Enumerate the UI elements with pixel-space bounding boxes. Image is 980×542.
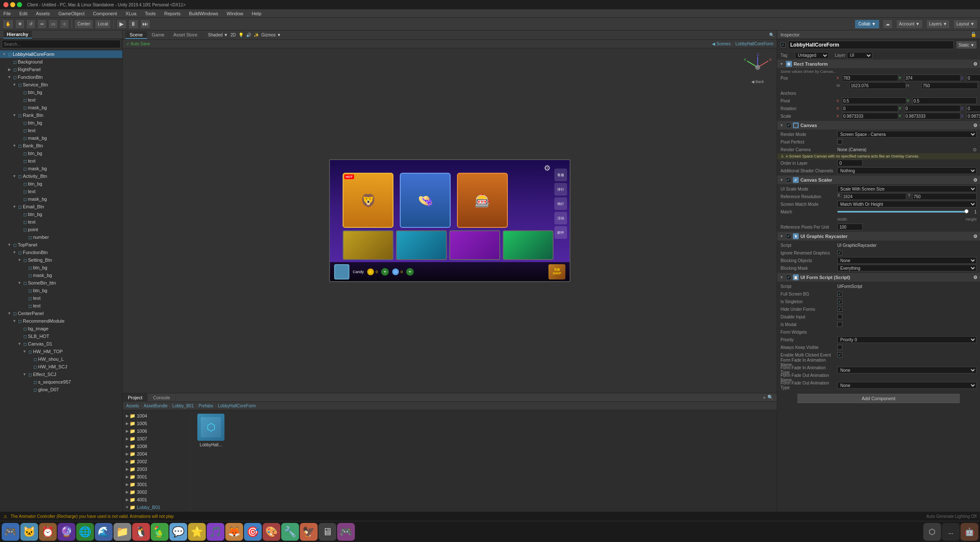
dock-icon-18[interactable]: 🖥 (318, 523, 336, 541)
menu-tools[interactable]: Tools (143, 11, 158, 16)
hierarchy-item-mask_bg5[interactable]: ◻mask_bg (0, 271, 122, 279)
hierarchy-item-btn_bg3[interactable]: ◻btn_bg (0, 149, 122, 157)
dock-icon-2[interactable]: 🐱 (20, 523, 38, 541)
render-mode-dropdown[interactable]: Screen Space - Camera (837, 131, 977, 138)
fx-toggle[interactable]: ✨ (254, 33, 259, 37)
hierarchy-item-Bank_Btn[interactable]: ▼◻Bank_Btn (0, 142, 122, 149)
pivot-btn[interactable]: Center (75, 19, 93, 29)
maximize-button[interactable] (17, 2, 22, 7)
hierarchy-item-LobbyHallCoreForm[interactable]: ▼◻LobbyHallCoreForm (0, 50, 122, 58)
project-tab[interactable]: Project (123, 393, 148, 402)
hierarchy-item-number[interactable]: ◻number (0, 233, 122, 241)
hierarchy-item-btn_bg7[interactable]: ◻btn_bg (0, 287, 122, 294)
hierarchy-item-HW_HM_TOP[interactable]: ▼◻HW_HM_TOP (0, 348, 122, 355)
menu-help[interactable]: Help (250, 11, 263, 16)
gizmos-btn[interactable]: Gizmos ▼ (261, 33, 281, 37)
scene-view[interactable]: X Y Z ◀ Back ⚙ HOT (123, 48, 777, 393)
hierarchy-item-CenterPanel[interactable]: ▼◻CenterPanel (0, 310, 122, 317)
hierarchy-item-text6[interactable]: ◻text (0, 294, 122, 302)
hierarchy-item-text2[interactable]: ◻text (0, 127, 122, 134)
ui-form-header[interactable]: ▼ 📋 UI Form Script (Script) ⚙ (777, 273, 980, 282)
game-tab[interactable]: Game (147, 31, 169, 39)
pivot-y-input[interactable] (912, 97, 977, 104)
hierarchy-item-Activity_Btn[interactable]: ▼◻Activity_Btn (0, 172, 122, 180)
dock-icon-13[interactable]: 🦊 (225, 523, 243, 541)
order-layer-input[interactable] (837, 160, 863, 166)
ui-form-enabled[interactable] (786, 275, 791, 280)
hierarchy-item-HW_HM_SCJ[interactable]: ◻HW_HM_SCJ (0, 363, 122, 371)
project-folder-4001[interactable]: ▶📁4001 (123, 496, 190, 503)
hide-under-check[interactable] (837, 307, 842, 312)
tool-hand[interactable]: ✋ (3, 19, 14, 29)
hierarchy-item-btn_bg2[interactable]: ◻btn_bg (0, 119, 122, 127)
project-folder-2003[interactable]: ▶📁2003 (123, 465, 190, 473)
is-singleton-check[interactable] (837, 299, 842, 304)
blocking-mask-dropdown[interactable]: Everything (837, 265, 977, 271)
bc-prefabs[interactable]: Prefabs (199, 404, 213, 408)
project-folder-1006[interactable]: ▶📁1006 (123, 427, 190, 435)
render-camera-icon[interactable]: ⊙ (973, 147, 977, 152)
project-folder-1008[interactable]: ▶📁1008 (123, 442, 190, 450)
menu-component[interactable]: Component (91, 11, 119, 16)
dock-icon-14[interactable]: 🎯 (244, 523, 262, 541)
rot-y-input[interactable] (904, 105, 961, 112)
menu-assets[interactable]: Assets (34, 11, 52, 16)
canvas-enabled[interactable] (786, 123, 791, 128)
bc-assetbundle[interactable]: AssetBundle (144, 404, 167, 408)
scale-z-input[interactable] (966, 113, 980, 119)
menu-edit[interactable]: Edit (18, 11, 29, 16)
breadcrumb-lobbyHall[interactable]: LobbyHallCoreForm (736, 41, 773, 46)
ui-scale-mode-dropdown[interactable]: Scale With Screen Size (837, 185, 977, 192)
disable-input-check[interactable] (837, 314, 842, 319)
asset-store-tab[interactable]: Asset Store (169, 31, 202, 39)
dim-toggle[interactable]: 2D (230, 33, 236, 37)
dock-icon-16[interactable]: 🔧 (281, 523, 299, 541)
blocking-objects-dropdown[interactable]: None (837, 257, 977, 264)
project-folder-2004[interactable]: ▶📁2004 (123, 450, 190, 458)
project-folder-3001[interactable]: ▶📁3001 (123, 473, 190, 481)
width-input[interactable] (850, 82, 906, 89)
dock-icon-12[interactable]: 🎵 (207, 523, 224, 541)
rot-z-input[interactable] (966, 105, 980, 112)
tool-transform[interactable]: ⊹ (60, 19, 69, 29)
dock-icon-11[interactable]: ⭐ (188, 523, 206, 541)
hierarchy-item-s_sequence957[interactable]: ◻s_sequence957 (0, 378, 122, 386)
hierarchy-item-mask_bg4[interactable]: ◻mask_bg (0, 195, 122, 203)
canvas-scaler-header[interactable]: ▼ ⤢ Canvas Scaler ⚙ (777, 176, 980, 184)
project-folder-Lobby_B01[interactable]: ▼📁Lobby_B01 (123, 503, 190, 511)
hierarchy-item-HW_shou_L[interactable]: ◻HW_shou_L (0, 355, 122, 363)
scale-x-input[interactable] (842, 113, 898, 119)
project-folder-1007[interactable]: ▶📁1007 (123, 435, 190, 442)
shop-icon[interactable]: 充值SHOP (548, 264, 565, 279)
menu-xlua[interactable]: XLua (124, 11, 138, 16)
audio-toggle[interactable]: 🔊 (246, 33, 251, 37)
pause-button[interactable]: ⏸ (128, 19, 138, 29)
raycaster-header[interactable]: ▼ 🖱 UI Graphic Raycaster ⚙ (777, 232, 980, 241)
static-btn[interactable]: Static ▼ (956, 41, 977, 49)
breadcrumb-scenes[interactable]: ◀ Scenes (712, 41, 731, 46)
ref-res-y-input[interactable] (912, 193, 977, 200)
hierarchy-item-SLB_HOT[interactable]: ◻SLB_HOT (0, 332, 122, 340)
shader-channels-dropdown[interactable]: Nothing (837, 167, 977, 174)
project-folder-1005[interactable]: ▶📁1005 (123, 420, 190, 427)
menu-window[interactable]: Window (225, 11, 245, 16)
add-coin-btn-2[interactable]: + (406, 268, 414, 276)
project-folder-1004[interactable]: ▶📁1004 (123, 412, 190, 420)
hierarchy-item-Service_Btn[interactable]: ▼◻Service_Btn (0, 81, 122, 88)
is-modal-check[interactable] (837, 322, 842, 327)
dock-icon-4[interactable]: 🔮 (58, 523, 75, 541)
dock-icon-1[interactable]: 🎮 (2, 523, 19, 541)
hierarchy-search[interactable] (2, 40, 121, 48)
collab-button[interactable]: Collab ▼ (855, 20, 879, 28)
extra-icon-2[interactable]: 🤖 (961, 523, 978, 541)
project-folder-3001b[interactable]: ▶📁3001 (123, 481, 190, 488)
hierarchy-item-Setting_Btn[interactable]: ▼◻Setting_Btn (0, 256, 122, 264)
layout-button[interactable]: Layout ▼ (953, 19, 977, 29)
bc-assets[interactable]: Assets (126, 404, 139, 408)
hierarchy-item-Email_Btn[interactable]: ▼◻Email_Btn (0, 203, 122, 210)
hierarchy-item-Background[interactable]: ◻Background (0, 58, 122, 66)
menu-file[interactable]: File (2, 11, 13, 16)
hierarchy-item-glow_D07[interactable]: ◻glow_D07 (0, 386, 122, 393)
pivot-x-input[interactable] (842, 97, 906, 104)
full-screen-bg-check[interactable] (837, 291, 842, 296)
